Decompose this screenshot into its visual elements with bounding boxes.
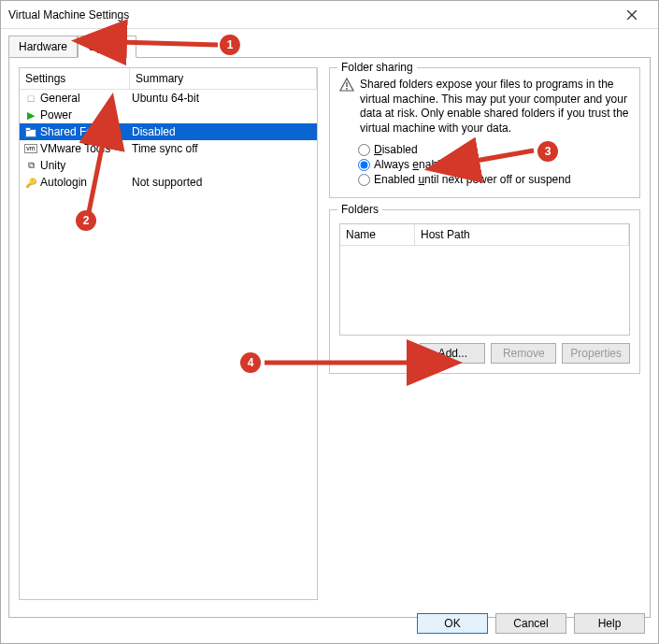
settings-item-general[interactable]: General Ubuntu 64-bit	[20, 90, 317, 107]
folder-sharing-group: Folder sharing Shared folders expose you…	[329, 67, 640, 198]
radio-until-poweroff[interactable]: Enabled until next power off or suspend	[358, 173, 630, 186]
folders-col-name: Name	[340, 224, 415, 245]
svg-point-6	[346, 88, 348, 90]
cancel-button[interactable]: Cancel	[495, 613, 566, 634]
shared-folders-icon	[23, 127, 38, 137]
svg-rect-3	[26, 127, 31, 130]
vmware-tools-icon	[23, 144, 38, 153]
settings-item-label: Autologin	[38, 176, 128, 189]
folders-col-host: Host Path	[415, 224, 629, 245]
settings-item-power[interactable]: Power	[20, 107, 317, 123]
close-icon	[627, 10, 637, 20]
radio-always-label: Always enabled	[374, 158, 452, 171]
radio-until-input[interactable]	[358, 174, 370, 186]
settings-list-header: Settings Summary	[20, 68, 317, 90]
settings-item-unity[interactable]: Unity	[20, 157, 317, 174]
radio-disabled-input[interactable]	[358, 144, 370, 156]
warning-text: Shared folders expose your files to prog…	[360, 78, 630, 136]
general-icon	[23, 93, 38, 104]
radio-disabled-label: Disabled	[374, 143, 418, 156]
col-header-summary: Summary	[130, 68, 317, 89]
tab-strip: Hardware Options	[1, 29, 658, 57]
folder-properties-button[interactable]: Properties	[562, 343, 630, 364]
right-panel: Folder sharing Shared folders expose you…	[329, 67, 640, 608]
settings-item-summary: Ubuntu 64-bit	[128, 92, 317, 105]
power-icon	[23, 109, 38, 122]
settings-item-label: Unity	[38, 159, 128, 172]
close-button[interactable]	[613, 2, 651, 28]
settings-item-shared-folders[interactable]: Shared Folders Disabled	[20, 123, 317, 140]
settings-list[interactable]: Settings Summary General Ubuntu 64-bit P…	[19, 67, 318, 600]
folders-table[interactable]: Name Host Path	[339, 223, 630, 336]
folder-sharing-legend: Folder sharing	[337, 61, 417, 74]
folders-legend: Folders	[337, 203, 382, 216]
folder-buttons: Add... Remove Properties	[339, 343, 630, 364]
settings-item-autologin[interactable]: Autologin Not supported	[20, 174, 317, 191]
settings-item-summary: Time sync off	[128, 142, 317, 155]
ok-button[interactable]: OK	[417, 613, 488, 634]
radio-always-enabled[interactable]: Always enabled	[358, 158, 630, 171]
folders-group: Folders Name Host Path Add... Remove Pro…	[329, 209, 640, 374]
warning-icon	[339, 78, 354, 93]
settings-item-summary: Disabled	[128, 125, 317, 138]
radio-until-label: Enabled until next power off or suspend	[374, 173, 571, 186]
warning-row: Shared folders expose your files to prog…	[339, 78, 630, 136]
settings-item-label: Power	[38, 108, 128, 122]
col-header-settings: Settings	[20, 68, 130, 89]
add-folder-button[interactable]: Add...	[420, 343, 485, 364]
folders-table-header: Name Host Path	[340, 224, 629, 246]
radio-disabled[interactable]: Disabled	[358, 143, 630, 156]
settings-item-label: General	[38, 92, 128, 105]
settings-item-vmware-tools[interactable]: VMware Tools Time sync off	[20, 140, 317, 157]
help-button[interactable]: Help	[574, 613, 645, 634]
settings-item-label: Shared Folders	[38, 125, 128, 138]
unity-icon	[23, 160, 38, 171]
window-title: Virtual Machine Settings	[8, 8, 129, 21]
options-panel: Settings Summary General Ubuntu 64-bit P…	[8, 57, 651, 618]
tab-hardware[interactable]: Hardware	[8, 36, 78, 58]
tab-options[interactable]: Options	[78, 36, 136, 58]
titlebar: Virtual Machine Settings	[1, 1, 658, 29]
radio-always-input[interactable]	[358, 159, 370, 171]
remove-folder-button[interactable]: Remove	[491, 343, 556, 364]
autologin-icon	[23, 178, 38, 188]
dialog-footer: OK Cancel Help	[417, 613, 645, 634]
settings-item-summary: Not supported	[128, 176, 317, 189]
settings-item-label: VMware Tools	[38, 142, 128, 155]
